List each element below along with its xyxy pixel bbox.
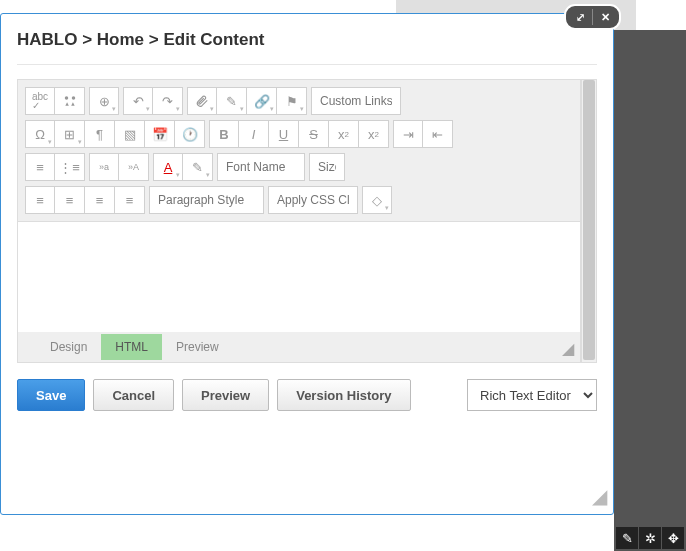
subscript-icon[interactable]: x2 [359,120,389,148]
save-button[interactable]: Save [17,379,85,411]
breadcrumb-action: Edit Content [163,30,264,49]
version-history-button[interactable]: Version History [277,379,410,411]
apply-css-input[interactable] [268,186,358,214]
text-color-icon[interactable]: A [153,153,183,181]
editor-content[interactable] [18,222,580,332]
pilcrow-icon[interactable]: ¶ [85,120,115,148]
underline-icon[interactable]: U [269,120,299,148]
font-name-input[interactable] [217,153,305,181]
rich-text-editor: abc✓ ⊕ ↶ ↷ ✎ 🔗 ⚑ [17,79,581,363]
clock-icon[interactable]: 🕐 [175,120,205,148]
separator [592,9,593,25]
breadcrumb: HABLO > Home > Edit Content [17,30,597,50]
bold-icon[interactable]: B [209,120,239,148]
edit-icon[interactable]: ✎ [217,87,247,115]
expand-icon[interactable]: ⤢ [572,9,588,25]
find-icon[interactable] [55,87,85,115]
background-dark [614,30,686,551]
outdent-icon[interactable]: ⇤ [423,120,453,148]
strikethrough-icon[interactable]: S [299,120,329,148]
font-size-input[interactable] [309,153,345,181]
breadcrumb-site: HABLO [17,30,77,49]
image-icon[interactable]: ▧ [115,120,145,148]
editor-toolbar: abc✓ ⊕ ↶ ↷ ✎ 🔗 ⚑ [18,80,580,222]
align-right-icon[interactable]: ≡ [85,186,115,214]
action-bar: Save Cancel Preview Version History Rich… [17,379,597,411]
tab-preview[interactable]: Preview [162,334,233,360]
editor-tabs: Design HTML Preview ◢ [18,332,580,362]
calendar-icon[interactable]: 📅 [145,120,175,148]
anchor-icon[interactable]: ⚑ [277,87,307,115]
link-icon[interactable]: 🔗 [247,87,277,115]
pencil-icon[interactable]: ✎ [616,527,638,549]
attach-icon[interactable] [187,87,217,115]
unordered-list-icon[interactable]: ⋮≡ [55,153,85,181]
insert-icon[interactable]: ⊕ [89,87,119,115]
custom-links-input[interactable] [311,87,401,115]
align-center-icon[interactable]: ≡ [55,186,85,214]
paragraph-style-input[interactable] [149,186,264,214]
edit-content-modal: ⤢ ✕ HABLO > Home > Edit Content abc✓ ⊕ ↶ [0,13,614,515]
cancel-button[interactable]: Cancel [93,379,174,411]
superscript-icon[interactable]: x2 [329,120,359,148]
move-icon[interactable]: ✥ [662,527,684,549]
redo-icon[interactable]: ↷ [153,87,183,115]
italic-icon[interactable]: I [239,120,269,148]
ltr-icon[interactable]: »a [89,153,119,181]
align-justify-icon[interactable]: ≡ [115,186,145,214]
symbol-icon[interactable]: Ω [25,120,55,148]
preview-button[interactable]: Preview [182,379,269,411]
divider [17,64,597,65]
indent-icon[interactable]: ⇥ [393,120,423,148]
highlight-icon[interactable]: ✎ [183,153,213,181]
undo-icon[interactable]: ↶ [123,87,153,115]
gear-icon[interactable]: ✲ [639,527,661,549]
modal-resize-icon[interactable]: ◢ [592,484,607,508]
ordered-list-icon[interactable]: ≡ [25,153,55,181]
tab-design[interactable]: Design [36,334,101,360]
table-icon[interactable]: ⊞ [55,120,85,148]
editor-type-select[interactable]: Rich Text Editor [467,379,597,411]
rtl-icon[interactable]: »A [119,153,149,181]
align-left-icon[interactable]: ≡ [25,186,55,214]
resize-handle-icon[interactable]: ◢ [562,339,574,358]
editor-scrollbar[interactable] [581,79,597,363]
page-corner-controls: ✎ ✲ ✥ [616,527,684,549]
scrollbar-thumb[interactable] [583,80,595,360]
spellcheck-icon[interactable]: abc✓ [25,87,55,115]
modal-window-controls: ⤢ ✕ [564,4,621,30]
tab-html[interactable]: HTML [101,334,162,360]
eraser-icon[interactable]: ◇ [362,186,392,214]
close-icon[interactable]: ✕ [597,9,613,25]
breadcrumb-page: Home [97,30,144,49]
